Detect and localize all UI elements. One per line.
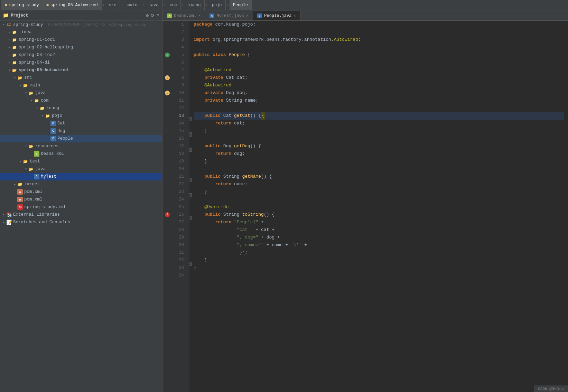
- sidebar-actions: ⚙ ⟳ ≡: [146, 13, 159, 18]
- sidebar-item-spring04[interactable]: 📁 spring-04-di: [0, 59, 162, 66]
- fold-icon[interactable]: -: [189, 178, 192, 182]
- close-icon[interactable]: ×: [198, 14, 201, 18]
- tab-com[interactable]: com: [166, 0, 181, 10]
- tab-src[interactable]: src: [105, 0, 120, 10]
- editor-tab-mytest[interactable]: C MyTest.java ×: [205, 11, 253, 20]
- code-line-23: - }: [194, 188, 564, 196]
- iml-icon: IJ: [17, 204, 23, 210]
- sidebar-item-idea[interactable]: 📁 .idea: [0, 28, 162, 36]
- fold-icon[interactable]: -: [189, 148, 192, 152]
- tab-kuang[interactable]: kuang: [185, 0, 205, 10]
- code-line-9: @Autowired: [194, 82, 564, 89]
- sidebar-item-spring-study[interactable]: 🗂 spring-study F:\班级管理\西开 [19525] \2、代码\…: [0, 21, 162, 28]
- tab-people[interactable]: People: [230, 0, 252, 10]
- code-editor[interactable]: ↙ ↙: [162, 21, 568, 392]
- sidebar-item-spring01[interactable]: 📁 spring-01-ioc1: [0, 36, 162, 44]
- sidebar-item-com[interactable]: 📁 com: [0, 97, 162, 104]
- code-line-31: '}';: [194, 249, 564, 256]
- tab-java[interactable]: java: [145, 0, 162, 10]
- sidebar-item-test[interactable]: 📂 test: [0, 158, 162, 165]
- autowired-icon[interactable]: ↙: [165, 75, 170, 80]
- sidebar-item-target[interactable]: 📁 target: [0, 180, 162, 188]
- gutter-18: [162, 150, 172, 158]
- tab-spring-study[interactable]: ■ spring-study: [1, 0, 43, 10]
- arrow-icon: [35, 106, 39, 110]
- code-content[interactable]: package com.kuang.pojo; import org.sprin…: [189, 21, 568, 392]
- gutter-9: [162, 82, 172, 89]
- gutter-26[interactable]: !: [162, 211, 172, 218]
- sidebar-item-people[interactable]: C People: [0, 135, 162, 142]
- settings-icon[interactable]: ⚙: [146, 13, 149, 18]
- sidebar-item-main[interactable]: 📂 main: [0, 82, 162, 89]
- sidebar-item-beans-xml[interactable]: X beans.xml: [0, 150, 162, 158]
- fold-icon[interactable]: -: [189, 132, 192, 137]
- sidebar-item-dog[interactable]: C Dog: [0, 127, 162, 135]
- tab-spring05-autowired[interactable]: ■ spring-05-Autowired: [43, 0, 102, 10]
- sidebar-item-spring02[interactable]: 📁 spring-02-hellospring: [0, 44, 162, 51]
- sidebar-item-java[interactable]: 📂 java: [0, 89, 162, 97]
- arrow-icon: [7, 38, 12, 42]
- ln-34: 34: [172, 272, 187, 279]
- fold-icon[interactable]: -: [189, 193, 192, 197]
- fold-icon[interactable]: -: [189, 117, 192, 121]
- sidebar-item-pom2[interactable]: m pom.xml: [0, 196, 162, 203]
- lib-icon: 📚: [6, 212, 12, 217]
- gutter-10[interactable]: ↙: [162, 89, 172, 97]
- gear-icon[interactable]: ≡: [157, 13, 159, 18]
- code-line-16: [194, 135, 564, 142]
- error-icon[interactable]: !: [165, 212, 170, 217]
- gutter-5[interactable]: [162, 51, 172, 59]
- sidebar-item-test-java[interactable]: 📂 java: [0, 165, 162, 173]
- close-icon[interactable]: ×: [294, 14, 296, 18]
- gutter-2: [162, 28, 172, 36]
- fold-icon[interactable]: -: [189, 216, 192, 220]
- ln-12: 12: [172, 104, 187, 112]
- editor-tab-beans-xml[interactable]: X beans.xml ×: [162, 11, 205, 20]
- code-line-20: [194, 165, 564, 173]
- sidebar-item-iml[interactable]: IJ spring-study.iml: [0, 203, 162, 211]
- gutter-column: ↙ ↙: [162, 21, 172, 392]
- arrow-icon: [7, 68, 12, 72]
- ln-22: 22: [172, 180, 187, 188]
- src-folder-icon: 📂: [17, 75, 23, 81]
- sidebar-item-kuang[interactable]: 📁 kuang: [0, 104, 162, 112]
- arrow-icon: [1, 220, 6, 224]
- tab-main[interactable]: main: [124, 0, 141, 10]
- sidebar-item-pom1[interactable]: m pom.xml: [0, 188, 162, 196]
- code-line-13: - public Cat getCat() {{: [194, 112, 564, 120]
- folder-icon: 📁: [12, 52, 17, 58]
- ln-19: 19: [172, 158, 187, 165]
- arrow-icon: [18, 83, 23, 87]
- sidebar-item-external-libs[interactable]: 📚 External Libraries: [0, 211, 162, 218]
- close-icon[interactable]: ×: [246, 14, 249, 18]
- sidebar-item-pojo[interactable]: 📁 pojo: [0, 112, 162, 120]
- folder-icon: 📁: [12, 37, 17, 43]
- folder-open-icon: 📂: [12, 67, 17, 73]
- fold-icon[interactable]: -: [189, 262, 192, 266]
- gutter-15: [162, 127, 172, 135]
- sidebar-item-spring05[interactable]: 📂 spring-05-Autowired: [0, 66, 162, 74]
- gutter-34: [162, 272, 172, 279]
- sidebar-item-cat[interactable]: C Cat: [0, 120, 162, 127]
- sync-icon[interactable]: ⟳: [151, 13, 155, 18]
- sidebar-item-mytest[interactable]: C MyTest: [0, 173, 162, 180]
- run-icon[interactable]: [165, 53, 170, 57]
- gutter-32: [162, 256, 172, 264]
- gutter-8[interactable]: ↙: [162, 74, 172, 82]
- sidebar-item-spring03[interactable]: 📁 spring-03-ioc2: [0, 51, 162, 59]
- autowired-icon[interactable]: ↙: [165, 91, 170, 95]
- code-line-8: private Cat cat;: [194, 74, 564, 82]
- sidebar-item-src[interactable]: 📂 src: [0, 74, 162, 82]
- editor-area: X beans.xml × C MyTest.java × C People.j…: [162, 10, 568, 392]
- arrow-icon: [7, 60, 12, 65]
- java-class-icon: C: [34, 174, 39, 179]
- ln-16: 16: [172, 135, 187, 142]
- xml-icon: X: [167, 13, 172, 18]
- sidebar-header: 📁 Project ⚙ ⟳ ≡: [0, 10, 162, 21]
- tab-pojo[interactable]: pojo: [208, 0, 226, 10]
- ln-20: 20: [172, 165, 187, 173]
- sidebar-item-scratches[interactable]: 📝 Scratches and Consoles: [0, 218, 162, 226]
- gutter-6: [162, 59, 172, 66]
- sidebar-item-resources[interactable]: 📂 resources: [0, 142, 162, 150]
- editor-tab-people[interactable]: C People.java ×: [253, 11, 300, 20]
